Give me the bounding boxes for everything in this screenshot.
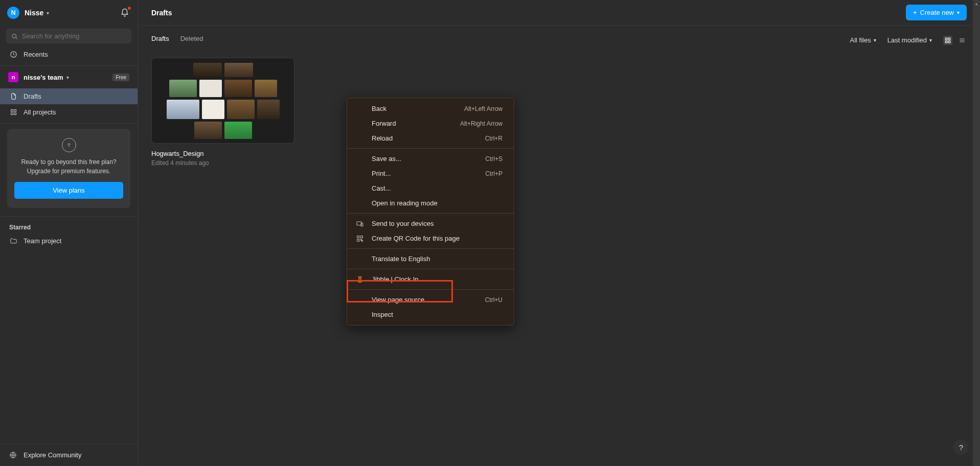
svg-rect-16 xyxy=(357,236,359,238)
chevron-down-icon: ▾ xyxy=(47,10,49,16)
create-new-label: Create new xyxy=(920,9,954,16)
ctx-save-as[interactable]: Save as... Ctrl+S xyxy=(347,151,514,166)
chevron-down-icon: ▾ xyxy=(66,75,69,80)
help-button[interactable]: ? xyxy=(953,439,969,455)
team-switcher[interactable]: n nisse's team ▾ Free xyxy=(0,66,138,88)
explore-community[interactable]: Explore Community xyxy=(0,444,138,466)
notification-dot xyxy=(128,7,131,10)
ctx-reload[interactable]: Reload Ctrl+R xyxy=(347,131,514,146)
sidebar-drafts-label: Drafts xyxy=(24,92,41,100)
upsell-text: Ready to go beyond this free plan? Upgra… xyxy=(14,157,123,176)
svg-point-0 xyxy=(12,34,16,37)
ctx-print-shortcut: Ctrl+P xyxy=(485,170,503,177)
svg-rect-15 xyxy=(361,223,363,226)
scroll-up-arrow[interactable]: ▲ xyxy=(973,0,980,7)
svg-rect-17 xyxy=(360,236,362,238)
ctx-view-source[interactable]: View page source Ctrl+U xyxy=(347,292,514,307)
explore-label: Explore Community xyxy=(24,451,81,459)
notifications-icon[interactable] xyxy=(119,7,130,18)
globe-icon xyxy=(9,451,17,459)
ctx-forward[interactable]: Forward Alt+Right Arrow xyxy=(347,116,514,131)
sidebar-drafts[interactable]: Drafts xyxy=(0,88,138,104)
create-new-button[interactable]: + Create new ▾ xyxy=(906,5,967,20)
team-name: nisse's team xyxy=(24,74,63,81)
chevron-down-icon: ▾ xyxy=(874,37,876,43)
files-grid: Hogwarts_Design Edited 4 minutes ago xyxy=(138,52,980,173)
chevron-down-icon: ▾ xyxy=(957,10,960,15)
jibble-icon xyxy=(355,275,364,284)
ctx-back-shortcut: Alt+Left Arrow xyxy=(464,105,503,112)
qr-icon xyxy=(355,235,364,243)
sidebar-all-projects-label: All projects xyxy=(24,108,56,116)
main-content: Drafts + Create new ▾ Drafts Deleted All… xyxy=(138,0,980,466)
user-name: Nisse xyxy=(25,9,43,17)
ctx-save-as-shortcut: Ctrl+S xyxy=(485,155,503,162)
ctx-reading-mode[interactable]: Open in reading mode xyxy=(347,196,514,211)
sidebar-recents-label: Recents xyxy=(24,51,48,58)
plus-icon: + xyxy=(913,9,917,16)
ctx-inspect[interactable]: Inspect xyxy=(347,307,514,322)
svg-rect-5 xyxy=(14,113,16,115)
sidebar: N Nisse ▾ Recents n nisse's team ▾ xyxy=(0,0,138,466)
view-plans-button[interactable]: View plans xyxy=(14,182,123,199)
list-view-icon[interactable] xyxy=(958,36,967,45)
search-input[interactable] xyxy=(6,29,131,43)
sidebar-team-project-label: Team project xyxy=(24,237,61,245)
file-name: Hogwarts_Design xyxy=(151,150,294,157)
folder-icon xyxy=(9,237,17,245)
sidebar-recents[interactable]: Recents xyxy=(0,46,138,62)
svg-rect-7 xyxy=(945,38,947,40)
context-menu: Back Alt+Left Arrow Forward Alt+Right Ar… xyxy=(347,98,514,325)
team-avatar: n xyxy=(8,72,18,82)
filter-row: Drafts Deleted All files ▾ Last modified… xyxy=(138,26,980,52)
ctx-reload-shortcut: Ctrl+R xyxy=(485,135,503,142)
ctx-back[interactable]: Back Alt+Left Arrow xyxy=(347,101,514,116)
svg-rect-9 xyxy=(945,41,947,43)
ctx-forward-shortcut: Alt+Right Arrow xyxy=(460,120,503,127)
tab-deleted[interactable]: Deleted xyxy=(180,35,203,45)
ctx-print[interactable]: Print... Ctrl+P xyxy=(347,166,514,181)
file-thumbnail xyxy=(151,58,294,144)
grid-view-icon[interactable] xyxy=(943,36,952,45)
svg-rect-8 xyxy=(948,38,950,40)
filter-last-modified[interactable]: Last modified ▾ xyxy=(887,36,932,44)
file-subtitle: Edited 4 minutes ago xyxy=(151,159,294,167)
tab-drafts[interactable]: Drafts xyxy=(151,35,169,45)
ctx-jibble-clock-in[interactable]: Jibble | Clock In xyxy=(347,272,514,287)
ctx-translate[interactable]: Translate to English xyxy=(347,251,514,266)
upsell-card: Ready to go beyond this free plan? Upgra… xyxy=(7,129,130,208)
svg-rect-18 xyxy=(357,239,359,241)
ctx-view-source-shortcut: Ctrl+U xyxy=(485,296,503,304)
scrollbar-track[interactable]: ▲ xyxy=(973,0,980,466)
devices-icon xyxy=(355,220,364,228)
search-field[interactable] xyxy=(22,32,126,40)
ctx-qr-code[interactable]: Create QR Code for this page xyxy=(347,231,514,246)
grid-icon xyxy=(9,108,17,116)
plan-badge: Free xyxy=(112,74,129,81)
avatar: N xyxy=(7,7,19,19)
main-header: Drafts + Create new ▾ xyxy=(138,0,980,26)
sidebar-all-projects[interactable]: All projects xyxy=(0,104,138,120)
svg-rect-2 xyxy=(11,110,13,112)
svg-rect-3 xyxy=(14,110,16,112)
filter-all-files[interactable]: All files ▾ xyxy=(850,36,876,44)
sidebar-team-project[interactable]: Team project xyxy=(0,233,138,249)
ctx-cast[interactable]: Cast... xyxy=(347,181,514,196)
chevron-down-icon: ▾ xyxy=(929,37,932,43)
page-title: Drafts xyxy=(151,9,172,17)
clock-icon xyxy=(9,51,17,58)
svg-rect-4 xyxy=(11,113,13,115)
svg-rect-10 xyxy=(948,41,950,43)
file-card[interactable]: Hogwarts_Design Edited 4 minutes ago xyxy=(151,58,294,167)
file-icon xyxy=(9,92,17,100)
ctx-send-devices[interactable]: Send to your devices xyxy=(347,216,514,231)
starred-heading: Starred xyxy=(0,217,138,233)
upgrade-icon xyxy=(62,138,76,152)
user-menu[interactable]: N Nisse ▾ xyxy=(0,0,138,26)
